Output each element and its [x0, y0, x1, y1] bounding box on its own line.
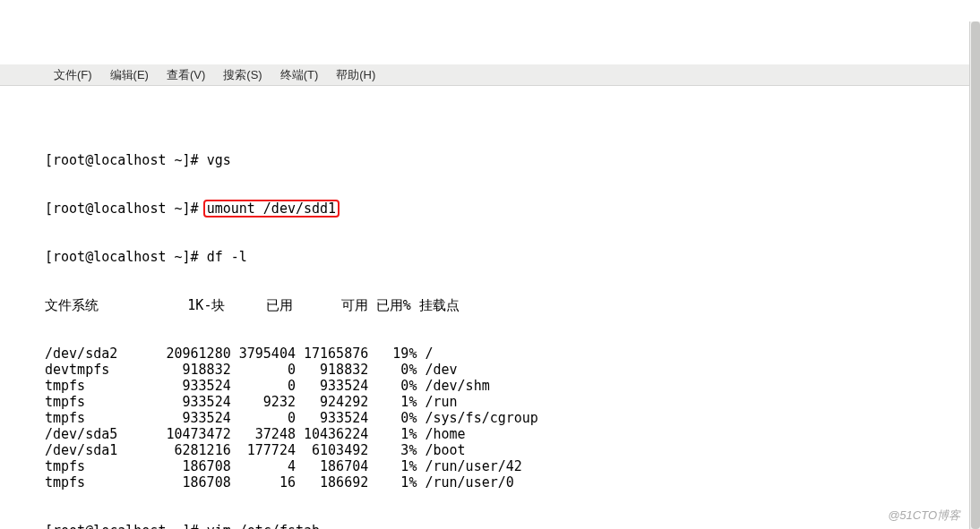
prompt: [root@localhost ~]#	[45, 201, 207, 217]
cmd-line: [root@localhost ~]# vim /etc/fstab	[45, 523, 980, 529]
highlight-umount: umount /dev/sdd1	[204, 201, 340, 217]
menu-help[interactable]: 帮助(H)	[327, 66, 384, 82]
scrollbar-vertical[interactable]	[969, 21, 980, 529]
cmd-vgs: vgs	[207, 152, 231, 168]
watermark: @51CTO博客	[888, 508, 960, 524]
prompt: [root@localhost ~]#	[45, 249, 207, 265]
df-header: 文件系统 1K-块 已用 可用 已用% 挂载点	[45, 297, 980, 313]
df-row: tmpfs 933524 0 933524 0% /sys/fs/cgroup	[45, 410, 980, 426]
df-row: tmpfs 186708 4 186704 1% /run/user/42	[45, 458, 980, 474]
menu-file[interactable]: 文件(F)	[45, 66, 101, 82]
df-row: tmpfs 933524 0 933524 0% /dev/shm	[45, 378, 980, 394]
df-row: /dev/sda5 10473472 37248 10436224 1% /ho…	[45, 426, 980, 442]
df-row: devtmpfs 918832 0 918832 0% /dev	[45, 362, 980, 378]
scrollbar-thumb[interactable]	[971, 21, 980, 529]
prompt: [root@localhost ~]#	[45, 152, 207, 168]
menu-view[interactable]: 查看(V)	[158, 66, 214, 82]
cmd-line: [root@localhost ~]# umount /dev/sdd1	[45, 201, 980, 217]
df-row: /dev/sda1 6281216 177724 6103492 3% /boo…	[45, 442, 980, 458]
menu-search[interactable]: 搜索(S)	[214, 66, 271, 82]
prompt: [root@localhost ~]#	[45, 523, 207, 529]
cmd-df: df -l	[207, 249, 247, 265]
cmd-line: [root@localhost ~]# vgs	[45, 152, 980, 168]
cmd-line: [root@localhost ~]# df -l	[45, 249, 980, 265]
menubar: 文件(F) 编辑(E) 查看(V) 搜索(S) 终端(T) 帮助(H)	[0, 64, 980, 86]
menu-edit[interactable]: 编辑(E)	[101, 66, 158, 82]
terminal-viewport[interactable]: [root@localhost ~]# vgs [root@localhost …	[0, 118, 980, 529]
cmd-vim: vim /etc/fstab	[207, 523, 320, 529]
df-row: /dev/sda2 20961280 3795404 17165876 19% …	[45, 346, 980, 362]
df-row: tmpfs 933524 9232 924292 1% /run	[45, 394, 980, 410]
df-row: tmpfs 186708 16 186692 1% /run/user/0	[45, 474, 980, 491]
menu-terminal[interactable]: 终端(T)	[271, 66, 328, 82]
